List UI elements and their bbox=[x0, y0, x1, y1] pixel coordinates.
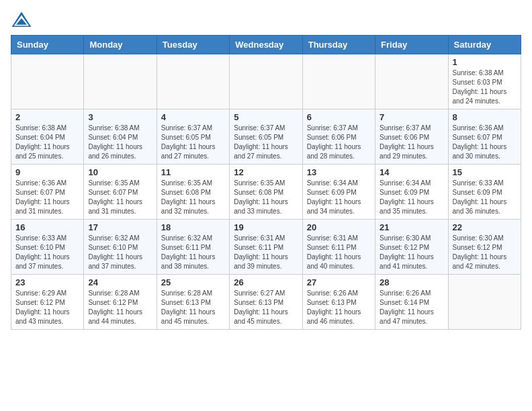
weekday-header-thursday: Thursday bbox=[302, 36, 375, 54]
calendar-cell-2-5: 14Sunrise: 6:34 AMSunset: 6:09 PMDayligh… bbox=[375, 165, 448, 220]
calendar-cell-2-2: 11Sunrise: 6:35 AMSunset: 6:08 PMDayligh… bbox=[157, 165, 229, 220]
day-number: 10 bbox=[88, 167, 152, 177]
week-row-2: 2Sunrise: 6:38 AMSunset: 6:04 PMDaylight… bbox=[11, 109, 521, 165]
week-row-3: 9Sunrise: 6:36 AMSunset: 6:07 PMDaylight… bbox=[11, 165, 521, 220]
day-number: 12 bbox=[234, 167, 298, 177]
weekday-header-monday: Monday bbox=[84, 36, 157, 54]
day-number: 20 bbox=[307, 222, 371, 232]
day-number: 1 bbox=[453, 57, 517, 67]
day-info: Sunrise: 6:32 AMSunset: 6:10 PMDaylight:… bbox=[88, 234, 152, 271]
day-number: 2 bbox=[15, 112, 79, 122]
calendar-cell-1-4: 6Sunrise: 6:37 AMSunset: 6:06 PMDaylight… bbox=[302, 109, 375, 165]
calendar-cell-3-6: 22Sunrise: 6:30 AMSunset: 6:12 PMDayligh… bbox=[448, 220, 521, 275]
calendar-cell-4-3: 26Sunrise: 6:27 AMSunset: 6:13 PMDayligh… bbox=[230, 275, 302, 330]
day-number: 27 bbox=[307, 277, 371, 287]
calendar-cell-2-6: 15Sunrise: 6:33 AMSunset: 6:09 PMDayligh… bbox=[448, 165, 521, 220]
day-info: Sunrise: 6:37 AMSunset: 6:05 PMDaylight:… bbox=[161, 124, 225, 161]
day-info: Sunrise: 6:26 AMSunset: 6:13 PMDaylight:… bbox=[307, 289, 371, 326]
calendar-table: SundayMondayTuesdayWednesdayThursdayFrid… bbox=[11, 35, 521, 330]
calendar-cell-2-3: 12Sunrise: 6:35 AMSunset: 6:08 PMDayligh… bbox=[230, 165, 302, 220]
calendar-cell-4-5: 28Sunrise: 6:26 AMSunset: 6:14 PMDayligh… bbox=[375, 275, 448, 330]
day-info: Sunrise: 6:28 AMSunset: 6:13 PMDaylight:… bbox=[161, 289, 225, 326]
day-number: 18 bbox=[161, 222, 225, 232]
calendar-cell-4-4: 27Sunrise: 6:26 AMSunset: 6:13 PMDayligh… bbox=[302, 275, 375, 330]
weekday-header-wednesday: Wednesday bbox=[230, 36, 302, 54]
day-number: 19 bbox=[234, 222, 298, 232]
week-row-5: 23Sunrise: 6:29 AMSunset: 6:12 PMDayligh… bbox=[11, 275, 521, 330]
calendar-cell-2-1: 10Sunrise: 6:35 AMSunset: 6:07 PMDayligh… bbox=[84, 165, 157, 220]
day-number: 23 bbox=[15, 277, 79, 287]
week-row-4: 16Sunrise: 6:33 AMSunset: 6:10 PMDayligh… bbox=[11, 220, 521, 275]
calendar-cell-0-6: 1Sunrise: 6:38 AMSunset: 6:03 PMDaylight… bbox=[448, 54, 521, 109]
weekday-header-sunday: Sunday bbox=[11, 36, 84, 54]
day-info: Sunrise: 6:31 AMSunset: 6:11 PMDaylight:… bbox=[234, 234, 298, 271]
calendar-cell-2-4: 13Sunrise: 6:34 AMSunset: 6:09 PMDayligh… bbox=[302, 165, 375, 220]
calendar-cell-0-4 bbox=[302, 54, 375, 109]
day-info: Sunrise: 6:35 AMSunset: 6:08 PMDaylight:… bbox=[161, 179, 225, 216]
calendar-cell-4-6 bbox=[448, 275, 521, 330]
day-info: Sunrise: 6:34 AMSunset: 6:09 PMDaylight:… bbox=[307, 179, 371, 216]
day-number: 13 bbox=[307, 167, 371, 177]
day-number: 25 bbox=[161, 277, 225, 287]
calendar-cell-1-2: 4Sunrise: 6:37 AMSunset: 6:05 PMDaylight… bbox=[157, 109, 229, 165]
day-number: 3 bbox=[88, 112, 152, 122]
day-info: Sunrise: 6:30 AMSunset: 6:12 PMDaylight:… bbox=[453, 234, 517, 271]
day-number: 8 bbox=[453, 112, 517, 122]
day-number: 24 bbox=[88, 277, 152, 287]
day-number: 5 bbox=[234, 112, 298, 122]
calendar-cell-3-0: 16Sunrise: 6:33 AMSunset: 6:10 PMDayligh… bbox=[11, 220, 84, 275]
day-info: Sunrise: 6:38 AMSunset: 6:04 PMDaylight:… bbox=[88, 124, 152, 161]
weekday-header-saturday: Saturday bbox=[448, 36, 521, 54]
logo bbox=[11, 11, 35, 30]
day-info: Sunrise: 6:35 AMSunset: 6:07 PMDaylight:… bbox=[88, 179, 152, 216]
day-number: 11 bbox=[161, 167, 225, 177]
day-info: Sunrise: 6:33 AMSunset: 6:10 PMDaylight:… bbox=[15, 234, 79, 271]
day-number: 4 bbox=[161, 112, 225, 122]
day-number: 21 bbox=[380, 222, 443, 232]
day-number: 14 bbox=[380, 167, 443, 177]
calendar-cell-1-6: 8Sunrise: 6:36 AMSunset: 6:07 PMDaylight… bbox=[448, 109, 521, 165]
day-info: Sunrise: 6:36 AMSunset: 6:07 PMDaylight:… bbox=[15, 179, 79, 216]
day-info: Sunrise: 6:34 AMSunset: 6:09 PMDaylight:… bbox=[380, 179, 443, 216]
day-number: 16 bbox=[15, 222, 79, 232]
calendar-cell-3-4: 20Sunrise: 6:31 AMSunset: 6:11 PMDayligh… bbox=[302, 220, 375, 275]
day-number: 22 bbox=[453, 222, 517, 232]
calendar-cell-0-1 bbox=[84, 54, 157, 109]
calendar-cell-4-1: 24Sunrise: 6:28 AMSunset: 6:12 PMDayligh… bbox=[84, 275, 157, 330]
calendar-cell-1-0: 2Sunrise: 6:38 AMSunset: 6:04 PMDaylight… bbox=[11, 109, 84, 165]
day-info: Sunrise: 6:31 AMSunset: 6:11 PMDaylight:… bbox=[307, 234, 371, 271]
calendar-cell-0-3 bbox=[230, 54, 302, 109]
day-number: 26 bbox=[234, 277, 298, 287]
day-info: Sunrise: 6:30 AMSunset: 6:12 PMDaylight:… bbox=[380, 234, 443, 271]
day-info: Sunrise: 6:32 AMSunset: 6:11 PMDaylight:… bbox=[161, 234, 225, 271]
calendar-cell-3-3: 19Sunrise: 6:31 AMSunset: 6:11 PMDayligh… bbox=[230, 220, 302, 275]
calendar-cell-1-1: 3Sunrise: 6:38 AMSunset: 6:04 PMDaylight… bbox=[84, 109, 157, 165]
calendar-cell-3-2: 18Sunrise: 6:32 AMSunset: 6:11 PMDayligh… bbox=[157, 220, 229, 275]
day-number: 9 bbox=[15, 167, 79, 177]
calendar-cell-1-3: 5Sunrise: 6:37 AMSunset: 6:05 PMDaylight… bbox=[230, 109, 302, 165]
page-header bbox=[11, 11, 521, 30]
day-number: 17 bbox=[88, 222, 152, 232]
day-number: 28 bbox=[380, 277, 443, 287]
day-info: Sunrise: 6:33 AMSunset: 6:09 PMDaylight:… bbox=[453, 179, 517, 216]
day-info: Sunrise: 6:36 AMSunset: 6:07 PMDaylight:… bbox=[453, 124, 517, 161]
calendar-cell-1-5: 7Sunrise: 6:37 AMSunset: 6:06 PMDaylight… bbox=[375, 109, 448, 165]
day-number: 15 bbox=[453, 167, 517, 177]
day-number: 7 bbox=[380, 112, 443, 122]
day-info: Sunrise: 6:29 AMSunset: 6:12 PMDaylight:… bbox=[15, 289, 79, 326]
day-number: 6 bbox=[307, 112, 371, 122]
calendar-cell-0-0 bbox=[11, 54, 84, 109]
weekday-header-tuesday: Tuesday bbox=[157, 36, 229, 54]
calendar-cell-3-1: 17Sunrise: 6:32 AMSunset: 6:10 PMDayligh… bbox=[84, 220, 157, 275]
weekday-header-friday: Friday bbox=[375, 36, 448, 54]
day-info: Sunrise: 6:38 AMSunset: 6:03 PMDaylight:… bbox=[453, 68, 517, 106]
week-row-1: 1Sunrise: 6:38 AMSunset: 6:03 PMDaylight… bbox=[11, 54, 521, 109]
calendar-cell-4-0: 23Sunrise: 6:29 AMSunset: 6:12 PMDayligh… bbox=[11, 275, 84, 330]
calendar-cell-3-5: 21Sunrise: 6:30 AMSunset: 6:12 PMDayligh… bbox=[375, 220, 448, 275]
calendar-cell-0-2 bbox=[157, 54, 229, 109]
day-info: Sunrise: 6:37 AMSunset: 6:06 PMDaylight:… bbox=[380, 124, 443, 161]
weekday-header-row: SundayMondayTuesdayWednesdayThursdayFrid… bbox=[11, 36, 521, 54]
day-info: Sunrise: 6:37 AMSunset: 6:06 PMDaylight:… bbox=[307, 124, 371, 161]
day-info: Sunrise: 6:28 AMSunset: 6:12 PMDaylight:… bbox=[88, 289, 152, 326]
calendar-cell-2-0: 9Sunrise: 6:36 AMSunset: 6:07 PMDaylight… bbox=[11, 165, 84, 220]
